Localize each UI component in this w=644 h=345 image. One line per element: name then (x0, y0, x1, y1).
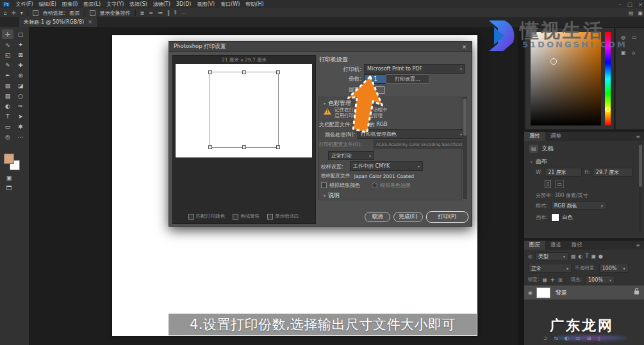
width-field[interactable]: 21 厘米 (545, 168, 582, 177)
menu-edit[interactable]: 编辑(E) (39, 1, 56, 8)
tab-close-icon[interactable]: × (88, 19, 92, 25)
tab-paths[interactable]: 路径 (566, 241, 588, 250)
align-left-icon[interactable]: ≣ (140, 10, 145, 16)
bounds-handle[interactable] (242, 145, 246, 149)
share-icon[interactable]: ▣ (638, 10, 643, 16)
dialog-title-bar[interactable]: Photoshop 打印设置 × (169, 42, 472, 52)
menu-help[interactable]: 帮助(H) (245, 1, 263, 8)
collapse-caret-icon[interactable]: ▾ (324, 193, 326, 198)
menu-file[interactable]: 文件(F) (16, 1, 33, 8)
print-settings-button[interactable]: 打印设置... (386, 74, 429, 84)
filter-type-icon[interactable]: T (586, 253, 589, 259)
marquee-tool[interactable]: □ (15, 29, 26, 39)
menu-select[interactable]: 选择(S) (129, 1, 147, 8)
document-tab[interactable]: 未标题-1 @ 50%(RGB/8) × (19, 17, 97, 27)
crop-tool[interactable]: ◱ (2, 50, 13, 60)
simulate-paper-checkbox[interactable] (321, 182, 327, 188)
tool-preset-caret-icon[interactable]: ▾ (21, 10, 23, 16)
done-button[interactable]: 完成(E) (393, 212, 423, 222)
path-select-tool[interactable]: ➤ (15, 111, 26, 121)
color-cursor[interactable] (550, 58, 557, 65)
tab-channels[interactable]: 通道 (545, 241, 566, 250)
window-minimize-button[interactable]: – (619, 1, 622, 8)
tab-adjustments[interactable]: 调整 (545, 132, 566, 141)
dialog-close-icon[interactable]: × (462, 44, 466, 50)
align-center-icon[interactable]: ≡ (149, 10, 153, 16)
scrollbar-thumb[interactable] (639, 145, 642, 187)
window-close-button[interactable]: × (638, 1, 643, 8)
menu-type[interactable]: 文字(Y) (106, 1, 124, 8)
blend-mode-select[interactable]: 正常▾ (528, 264, 572, 273)
move-tool[interactable]: ✛ (2, 29, 13, 39)
foreground-color-swatch[interactable] (4, 154, 14, 164)
dialog-scrollbar[interactable] (463, 97, 467, 199)
quick-mask-icon[interactable]: ▣ (3, 173, 15, 182)
hue-slider-marker[interactable] (606, 107, 611, 112)
bounds-handle[interactable] (208, 145, 212, 149)
proof-setup-select[interactable]: 工作中的 CMYK▾ (350, 161, 423, 171)
filter-shape-icon[interactable]: ▣ (591, 253, 596, 259)
dodge-tool[interactable]: ◐ (2, 101, 13, 111)
lock-all-icon[interactable]: ⊞ (558, 277, 563, 283)
home-icon[interactable]: ⌂ (4, 10, 7, 16)
auto-select-value[interactable]: 图层 (70, 10, 80, 17)
menu-window[interactable]: 窗口(W) (220, 1, 240, 8)
pen-tool[interactable]: ✑ (15, 101, 26, 111)
opacity-field[interactable]: 100%▾ (599, 264, 629, 273)
cancel-button[interactable]: 取消 (365, 212, 390, 222)
blur-tool[interactable]: ○ (15, 91, 26, 100)
show-transform-checkbox[interactable] (90, 10, 95, 16)
tab-layers[interactable]: 图层 (524, 241, 545, 250)
eyedropper-tool[interactable]: ✎ (2, 60, 13, 70)
panel-menu-icon[interactable]: ≡ (636, 243, 640, 250)
bounds-handle[interactable] (208, 70, 212, 74)
filter-smartobject-icon[interactable]: ● (599, 253, 603, 259)
type-tool[interactable]: T (2, 111, 13, 121)
lock-position-icon[interactable]: ✛ (550, 277, 555, 283)
tab-properties[interactable]: 属性 (524, 132, 545, 141)
printer-select[interactable]: Microsoft Print to PDF▾ (364, 64, 465, 74)
frame-tool[interactable]: ⊠ (15, 50, 26, 60)
normal-print-select[interactable]: 正常打印▾ (328, 151, 374, 160)
healing-brush-tool[interactable]: ✚ (15, 60, 26, 70)
edit-toolbar-icon[interactable]: ⋯ (15, 132, 26, 141)
panel-menu-icon[interactable]: ≡ (636, 134, 640, 141)
hand-tool[interactable]: ✱ (15, 122, 26, 131)
distribute-vertical-icon[interactable]: ‖ (167, 10, 170, 16)
menu-view[interactable]: 视图(V) (197, 1, 215, 8)
layer-lock-icon[interactable] (634, 291, 639, 294)
quick-select-tool[interactable]: ✦ (15, 40, 26, 49)
auto-select-checkbox[interactable] (33, 10, 38, 16)
history-brush-tool[interactable]: ▨ (2, 81, 13, 90)
match-print-colors-checkbox[interactable] (188, 214, 194, 220)
filter-adjustment-icon[interactable]: ◐ (579, 253, 583, 259)
menu-filter[interactable]: 滤镜(T) (153, 1, 170, 8)
menu-image[interactable]: 图像(I) (62, 1, 78, 8)
height-field[interactable]: 29.7 厘米 (593, 168, 632, 177)
layer-search-icon[interactable]: ◎ (528, 253, 533, 259)
clone-stamp-tool[interactable]: ⊕ (15, 70, 26, 80)
gradient-tool[interactable]: ▧ (2, 91, 13, 100)
more-options-icon[interactable]: ⋯ (181, 10, 186, 16)
orientation-landscape-icon[interactable]: ▭ (555, 180, 564, 188)
section-caret-icon[interactable]: ∨ (530, 159, 533, 164)
mode-select[interactable]: RGB 颜色▾ (551, 201, 606, 210)
filter-pixel-icon[interactable]: ▦ (571, 253, 576, 259)
layer-name[interactable]: 背景 (556, 289, 567, 297)
menu-layer[interactable]: 图层(L) (84, 1, 101, 8)
brush-tool[interactable]: ✒ (2, 70, 13, 80)
layer-filter-select[interactable]: 类型▾ (535, 252, 568, 261)
gamut-warning-checkbox[interactable] (233, 214, 238, 220)
layer-row-background[interactable]: ◉ 背景 (524, 285, 644, 300)
distribute-horizontal-icon[interactable]: ⫴ (174, 10, 176, 16)
bounds-handle[interactable] (242, 70, 246, 74)
show-paper-white-checkbox[interactable] (267, 214, 273, 220)
lock-transparency-icon[interactable]: ▦ (543, 277, 548, 283)
move-tool-icon[interactable]: ✛ (12, 10, 16, 16)
menu-3d[interactable]: 3D(D) (176, 1, 192, 7)
eraser-tool[interactable]: ◪ (15, 81, 26, 90)
fill-field[interactable]: 100%▾ (585, 275, 615, 284)
properties-scrollbar[interactable] (639, 142, 642, 232)
canvas-color-swatch[interactable] (551, 213, 559, 221)
align-right-icon[interactable]: ≔ (158, 10, 163, 16)
